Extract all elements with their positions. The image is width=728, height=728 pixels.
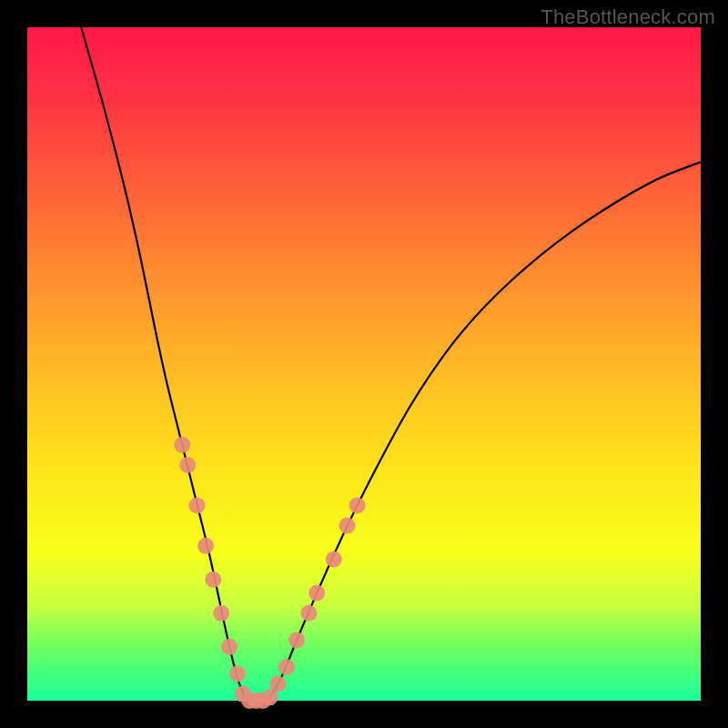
data-marker — [213, 605, 229, 622]
marker-group — [174, 437, 365, 709]
data-marker — [205, 571, 221, 588]
data-marker — [221, 639, 238, 655]
data-marker — [188, 497, 205, 513]
data-marker — [308, 585, 325, 602]
data-marker — [349, 497, 366, 513]
plot-area — [27, 27, 701, 701]
data-marker — [269, 676, 286, 693]
data-marker — [229, 665, 246, 682]
data-marker — [197, 538, 214, 554]
data-marker — [326, 551, 342, 568]
data-marker — [174, 437, 190, 453]
data-marker — [179, 457, 196, 473]
data-marker — [288, 632, 305, 648]
watermark-label: TheBottleneck.com — [541, 5, 715, 29]
chart-svg — [27, 27, 701, 701]
chart-frame: TheBottleneck.com — [0, 0, 728, 728]
data-marker — [278, 659, 295, 675]
bottleneck-curve — [81, 27, 701, 701]
data-marker — [300, 605, 317, 622]
data-marker — [339, 518, 356, 534]
